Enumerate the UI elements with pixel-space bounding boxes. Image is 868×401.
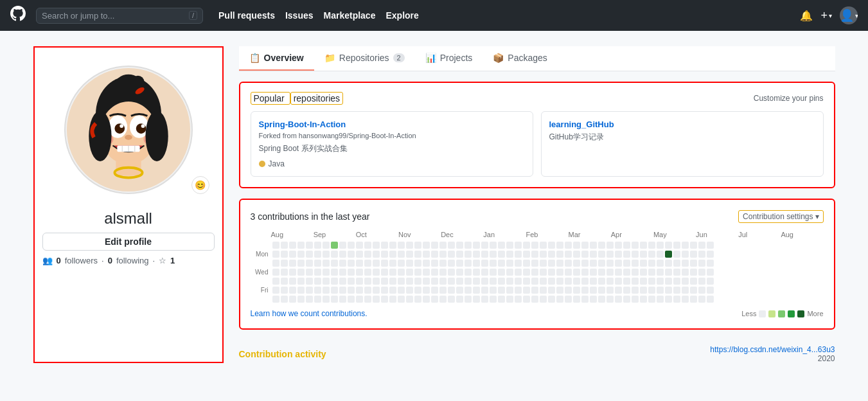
contrib-cell-r4-c36 bbox=[573, 278, 580, 285]
contrib-cell-r5-c49 bbox=[682, 287, 689, 294]
tab-overview[interactable]: 📋 Overview bbox=[239, 46, 314, 71]
svg-point-8 bbox=[114, 123, 125, 134]
contrib-cell-r0-c38 bbox=[590, 242, 597, 249]
contrib-cell-r1-c20 bbox=[439, 251, 447, 258]
stars-icon: ☆ bbox=[159, 256, 166, 265]
contrib-cell-r3-c39 bbox=[598, 269, 605, 276]
contrib-cell-r3-c19 bbox=[431, 269, 438, 276]
contrib-cell-r0-c36 bbox=[573, 242, 580, 249]
contrib-cell-r4-c40 bbox=[607, 278, 614, 285]
contrib-cell-r6-c37 bbox=[581, 296, 589, 303]
contribution-graph: AugSepOctNovDecJanFebMarAprMayJunJulAug … bbox=[251, 231, 824, 304]
create-plus-icon[interactable]: + ▾ bbox=[820, 9, 832, 22]
contrib-cell-r1-c5 bbox=[314, 251, 321, 258]
nav-pull-requests[interactable]: Pull requests bbox=[218, 10, 275, 21]
legend-more-label: More bbox=[807, 310, 823, 317]
contrib-cell-r0-c16 bbox=[406, 242, 413, 249]
month-label-jul: Jul bbox=[738, 231, 781, 238]
learn-contributions-link[interactable]: Learn how we count contributions. bbox=[251, 309, 368, 318]
contrib-cell-r6-c39 bbox=[598, 296, 605, 303]
contrib-cell-r5-c33 bbox=[548, 287, 555, 294]
contrib-cell-r3-c5 bbox=[314, 269, 321, 276]
contrib-cell-r5-c1 bbox=[281, 287, 288, 294]
contrib-cell-r5-c46 bbox=[657, 287, 664, 294]
contrib-cell-r4-c11 bbox=[364, 278, 371, 285]
nav-issues[interactable]: Issues bbox=[285, 10, 314, 21]
tab-packages[interactable]: 📦 Packages bbox=[483, 46, 557, 71]
contrib-cell-r4-c15 bbox=[398, 278, 405, 285]
contrib-cell-r6-c50 bbox=[690, 296, 697, 303]
contrib-cell-r0-c30 bbox=[523, 242, 530, 249]
contrib-cell-r6-c42 bbox=[623, 296, 630, 303]
repo-name-0[interactable]: Spring-Boot-In-Action bbox=[259, 120, 525, 129]
contrib-cell-r4-c45 bbox=[648, 278, 655, 285]
contrib-cell-r6-c20 bbox=[439, 296, 447, 303]
nav-explore[interactable]: Explore bbox=[385, 10, 418, 21]
tab-projects[interactable]: 📊 Projects bbox=[415, 46, 483, 71]
contrib-cell-r0-c12 bbox=[373, 242, 380, 249]
contrib-cell-r5-c35 bbox=[565, 287, 572, 294]
contrib-cell-r3-c14 bbox=[389, 269, 396, 276]
contrib-cell-r0-c48 bbox=[673, 242, 680, 249]
contrib-cell-r1-c40 bbox=[607, 251, 614, 258]
contrib-cell-r0-c10 bbox=[356, 242, 363, 249]
user-avatar[interactable]: 👤 ▾ bbox=[840, 6, 858, 24]
contrib-cell-r3-c15 bbox=[398, 269, 405, 276]
contrib-cell-r0-c51 bbox=[698, 242, 705, 249]
contrib-cell-r5-c24 bbox=[473, 287, 480, 294]
contrib-cell-r0-c5 bbox=[314, 242, 321, 249]
notification-bell-icon[interactable]: 🔔 bbox=[800, 10, 813, 22]
lang-dot-0 bbox=[259, 161, 265, 167]
contrib-cell-r1-c31 bbox=[531, 251, 538, 258]
contrib-cell-r6-c30 bbox=[523, 296, 530, 303]
contrib-cell-r6-c6 bbox=[323, 296, 330, 303]
lang-label-0: Java bbox=[269, 159, 285, 168]
contrib-cell-r2-c36 bbox=[573, 260, 580, 267]
month-label-aug: Aug bbox=[271, 231, 314, 238]
contrib-cell-r3-c43 bbox=[632, 269, 639, 276]
contrib-cell-r3-c25 bbox=[481, 269, 488, 276]
contrib-cell-r1-c28 bbox=[506, 251, 513, 258]
contrib-cell-r1-c42 bbox=[623, 251, 630, 258]
contrib-cell-r0-c29 bbox=[515, 242, 522, 249]
contrib-cell-r3-c16 bbox=[406, 269, 413, 276]
contrib-cell-r3-c4 bbox=[306, 269, 313, 276]
legend-cell-2 bbox=[778, 310, 785, 317]
github-logo-icon[interactable] bbox=[10, 6, 26, 25]
username: alsmall bbox=[42, 209, 215, 227]
tab-repositories[interactable]: 📁 Repositories 2 bbox=[314, 46, 415, 71]
svg-point-12 bbox=[125, 135, 132, 140]
customize-pins-link[interactable]: Customize your pins bbox=[754, 94, 824, 103]
contrib-cell-r0-c11 bbox=[364, 242, 371, 249]
contrib-cell-r4-c3 bbox=[297, 278, 305, 285]
nav-marketplace[interactable]: Marketplace bbox=[324, 10, 376, 21]
contrib-cell-r2-c48 bbox=[673, 260, 680, 267]
day-label-1: Mon bbox=[251, 251, 269, 258]
contrib-cell-r2-c1 bbox=[281, 260, 288, 267]
contrib-cell-r2-c18 bbox=[423, 260, 430, 267]
contrib-cell-r4-c20 bbox=[439, 278, 447, 285]
contrib-cell-r6-c35 bbox=[565, 296, 572, 303]
contrib-cell-r1-c2 bbox=[289, 251, 296, 258]
contrib-cell-r3-c47 bbox=[665, 269, 672, 276]
repo-name-1[interactable]: learning_GitHub bbox=[549, 120, 815, 129]
edit-profile-button[interactable]: Edit profile bbox=[42, 233, 215, 251]
contrib-cell-r2-c28 bbox=[506, 260, 513, 267]
emoji-picker-icon[interactable]: 😊 bbox=[191, 176, 209, 194]
contrib-cell-r2-c16 bbox=[406, 260, 413, 267]
repositories-icon: 📁 bbox=[324, 53, 335, 63]
search-bar[interactable]: / bbox=[36, 8, 203, 24]
contrib-cell-r3-c44 bbox=[640, 269, 647, 276]
contrib-cell-r1-c4 bbox=[306, 251, 313, 258]
contrib-row-5: Fri bbox=[251, 286, 824, 294]
month-label-nov: Nov bbox=[398, 231, 441, 238]
contribution-settings-button[interactable]: Contribution settings ▾ bbox=[738, 210, 823, 223]
contrib-cell-r6-c36 bbox=[573, 296, 580, 303]
contrib-cell-r2-c10 bbox=[356, 260, 363, 267]
contrib-cell-r5-c31 bbox=[531, 287, 538, 294]
search-input[interactable] bbox=[42, 11, 184, 21]
bottom-external-link[interactable]: https://blog.csdn.net/weixin_4...63u3 bbox=[710, 345, 835, 354]
contrib-cell-r4-c4 bbox=[306, 278, 313, 285]
contrib-cell-r0-c17 bbox=[414, 242, 421, 249]
contrib-cell-r6-c4 bbox=[306, 296, 313, 303]
